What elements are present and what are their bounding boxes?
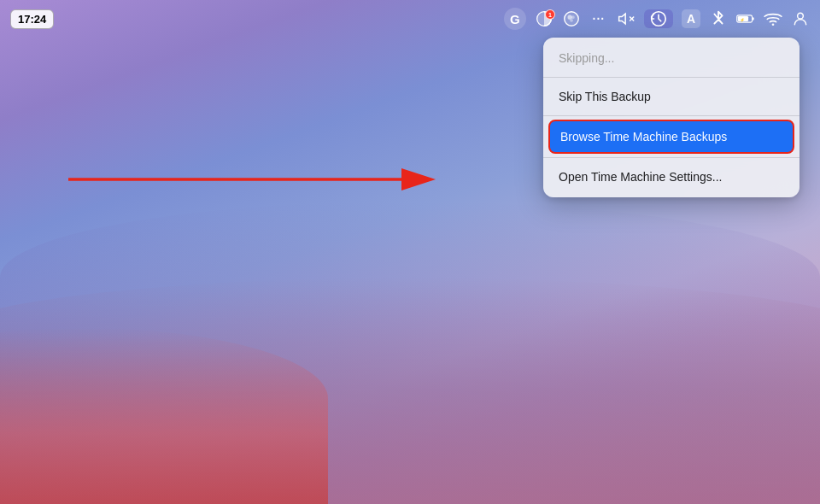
open-settings-label: Open Time Machine Settings... [559, 170, 722, 184]
separator-1 [543, 77, 800, 78]
svg-point-12 [772, 23, 775, 26]
menubar-icons: G 1 ··· [504, 8, 810, 30]
taiko-svg [562, 9, 581, 28]
skipping-label: Skipping... [559, 51, 614, 65]
text-input-icon[interactable]: A [682, 9, 700, 28]
clock-display: 17:24 [10, 9, 54, 29]
battery-svg: ⚡ [736, 12, 755, 26]
menu-item-skipping: Skipping... [543, 43, 800, 73]
svg-rect-10 [753, 17, 754, 20]
menubar-left: 17:24 [10, 9, 54, 29]
separator-3 [543, 157, 800, 158]
grammarly-icon[interactable]: G [504, 8, 526, 30]
bluetooth-svg [711, 9, 726, 28]
time-machine-svg [649, 9, 668, 28]
skip-backup-label: Skip This Backup [559, 90, 651, 103]
menu-item-skip-backup[interactable]: Skip This Backup [543, 81, 800, 112]
svg-point-4 [571, 20, 572, 21]
time-machine-dropdown: Skipping... Skip This Backup Browse Time… [543, 38, 800, 197]
wifi-svg [764, 11, 782, 26]
menubar: 17:24 G 1 ··· [0, 0, 820, 38]
more-apps-icon[interactable]: ··· [589, 9, 608, 28]
browse-backups-label: Browse Time Machine Backups [560, 130, 727, 144]
separator-2 [543, 115, 800, 116]
menu-item-open-settings[interactable]: Open Time Machine Settings... [543, 161, 800, 192]
menu-item-browse-backups[interactable]: Browse Time Machine Backups [548, 120, 794, 154]
svg-point-3 [572, 16, 574, 18]
user-svg [792, 10, 809, 27]
wifi-icon[interactable] [764, 9, 782, 28]
user-icon[interactable] [791, 9, 810, 28]
svg-point-2 [568, 15, 571, 19]
bluetooth-icon[interactable] [709, 9, 728, 28]
taiko-icon[interactable] [562, 9, 581, 28]
one-switch-icon[interactable]: 1 [535, 9, 554, 28]
mute-svg [618, 10, 635, 27]
svg-text:⚡: ⚡ [740, 17, 746, 23]
badge-count: 1 [545, 9, 555, 20]
time-machine-icon[interactable] [644, 9, 673, 28]
mute-icon[interactable] [617, 9, 636, 28]
battery-icon[interactable]: ⚡ [736, 9, 755, 28]
svg-point-13 [798, 13, 804, 19]
